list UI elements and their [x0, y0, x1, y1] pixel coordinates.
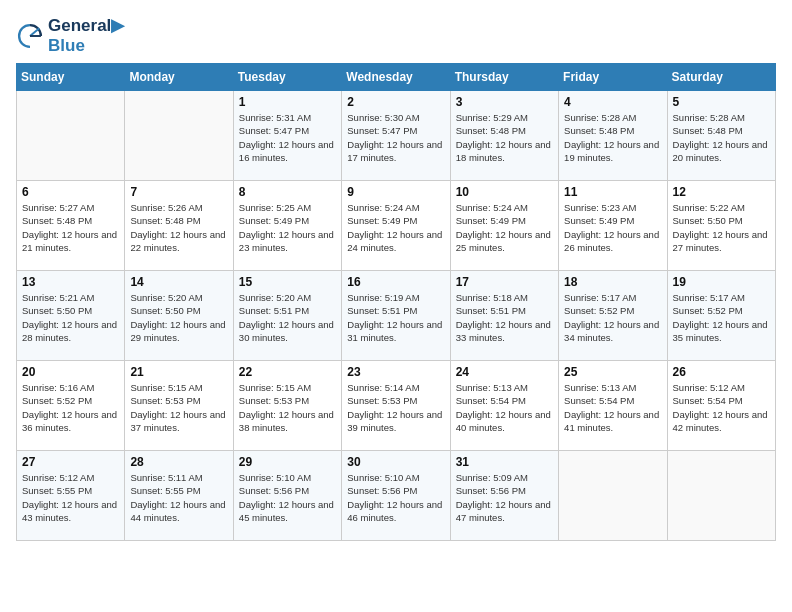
calendar-cell: 26Sunrise: 5:12 AMSunset: 5:54 PMDayligh…	[667, 361, 775, 451]
logo-text: General▶ Blue	[48, 16, 124, 55]
day-info: Sunrise: 5:14 AMSunset: 5:53 PMDaylight:…	[347, 381, 444, 434]
day-number: 23	[347, 365, 444, 379]
weekday-row: SundayMondayTuesdayWednesdayThursdayFrid…	[17, 64, 776, 91]
calendar-cell: 15Sunrise: 5:20 AMSunset: 5:51 PMDayligh…	[233, 271, 341, 361]
calendar-body: 1Sunrise: 5:31 AMSunset: 5:47 PMDaylight…	[17, 91, 776, 541]
day-number: 31	[456, 455, 553, 469]
calendar-table: SundayMondayTuesdayWednesdayThursdayFrid…	[16, 63, 776, 541]
calendar-cell: 2Sunrise: 5:30 AMSunset: 5:47 PMDaylight…	[342, 91, 450, 181]
calendar-cell: 7Sunrise: 5:26 AMSunset: 5:48 PMDaylight…	[125, 181, 233, 271]
day-info: Sunrise: 5:12 AMSunset: 5:55 PMDaylight:…	[22, 471, 119, 524]
day-info: Sunrise: 5:16 AMSunset: 5:52 PMDaylight:…	[22, 381, 119, 434]
day-number: 20	[22, 365, 119, 379]
day-info: Sunrise: 5:30 AMSunset: 5:47 PMDaylight:…	[347, 111, 444, 164]
calendar-cell: 28Sunrise: 5:11 AMSunset: 5:55 PMDayligh…	[125, 451, 233, 541]
calendar-cell: 5Sunrise: 5:28 AMSunset: 5:48 PMDaylight…	[667, 91, 775, 181]
calendar-cell	[125, 91, 233, 181]
day-info: Sunrise: 5:24 AMSunset: 5:49 PMDaylight:…	[456, 201, 553, 254]
day-number: 18	[564, 275, 661, 289]
day-info: Sunrise: 5:12 AMSunset: 5:54 PMDaylight:…	[673, 381, 770, 434]
day-info: Sunrise: 5:17 AMSunset: 5:52 PMDaylight:…	[564, 291, 661, 344]
day-info: Sunrise: 5:15 AMSunset: 5:53 PMDaylight:…	[130, 381, 227, 434]
weekday-header-tuesday: Tuesday	[233, 64, 341, 91]
weekday-header-friday: Friday	[559, 64, 667, 91]
day-number: 14	[130, 275, 227, 289]
day-number: 24	[456, 365, 553, 379]
day-info: Sunrise: 5:13 AMSunset: 5:54 PMDaylight:…	[456, 381, 553, 434]
day-info: Sunrise: 5:20 AMSunset: 5:51 PMDaylight:…	[239, 291, 336, 344]
weekday-header-thursday: Thursday	[450, 64, 558, 91]
day-info: Sunrise: 5:11 AMSunset: 5:55 PMDaylight:…	[130, 471, 227, 524]
day-number: 1	[239, 95, 336, 109]
day-number: 7	[130, 185, 227, 199]
day-number: 16	[347, 275, 444, 289]
day-number: 15	[239, 275, 336, 289]
calendar-cell: 22Sunrise: 5:15 AMSunset: 5:53 PMDayligh…	[233, 361, 341, 451]
day-number: 21	[130, 365, 227, 379]
day-number: 13	[22, 275, 119, 289]
calendar-cell	[667, 451, 775, 541]
calendar-cell: 12Sunrise: 5:22 AMSunset: 5:50 PMDayligh…	[667, 181, 775, 271]
calendar-cell: 29Sunrise: 5:10 AMSunset: 5:56 PMDayligh…	[233, 451, 341, 541]
calendar-cell	[559, 451, 667, 541]
day-number: 9	[347, 185, 444, 199]
day-number: 25	[564, 365, 661, 379]
day-number: 12	[673, 185, 770, 199]
day-info: Sunrise: 5:22 AMSunset: 5:50 PMDaylight:…	[673, 201, 770, 254]
day-info: Sunrise: 5:24 AMSunset: 5:49 PMDaylight:…	[347, 201, 444, 254]
calendar-cell: 10Sunrise: 5:24 AMSunset: 5:49 PMDayligh…	[450, 181, 558, 271]
calendar-cell: 30Sunrise: 5:10 AMSunset: 5:56 PMDayligh…	[342, 451, 450, 541]
day-info: Sunrise: 5:28 AMSunset: 5:48 PMDaylight:…	[673, 111, 770, 164]
day-number: 27	[22, 455, 119, 469]
day-number: 4	[564, 95, 661, 109]
day-number: 29	[239, 455, 336, 469]
calendar-week-2: 6Sunrise: 5:27 AMSunset: 5:48 PMDaylight…	[17, 181, 776, 271]
day-info: Sunrise: 5:18 AMSunset: 5:51 PMDaylight:…	[456, 291, 553, 344]
calendar-cell: 25Sunrise: 5:13 AMSunset: 5:54 PMDayligh…	[559, 361, 667, 451]
day-info: Sunrise: 5:10 AMSunset: 5:56 PMDaylight:…	[347, 471, 444, 524]
day-info: Sunrise: 5:29 AMSunset: 5:48 PMDaylight:…	[456, 111, 553, 164]
calendar-cell: 19Sunrise: 5:17 AMSunset: 5:52 PMDayligh…	[667, 271, 775, 361]
calendar-cell: 3Sunrise: 5:29 AMSunset: 5:48 PMDaylight…	[450, 91, 558, 181]
day-info: Sunrise: 5:23 AMSunset: 5:49 PMDaylight:…	[564, 201, 661, 254]
day-info: Sunrise: 5:20 AMSunset: 5:50 PMDaylight:…	[130, 291, 227, 344]
weekday-header-saturday: Saturday	[667, 64, 775, 91]
day-info: Sunrise: 5:10 AMSunset: 5:56 PMDaylight:…	[239, 471, 336, 524]
calendar-cell: 13Sunrise: 5:21 AMSunset: 5:50 PMDayligh…	[17, 271, 125, 361]
day-info: Sunrise: 5:15 AMSunset: 5:53 PMDaylight:…	[239, 381, 336, 434]
calendar-week-1: 1Sunrise: 5:31 AMSunset: 5:47 PMDaylight…	[17, 91, 776, 181]
day-number: 28	[130, 455, 227, 469]
calendar-header: SundayMondayTuesdayWednesdayThursdayFrid…	[17, 64, 776, 91]
day-info: Sunrise: 5:13 AMSunset: 5:54 PMDaylight:…	[564, 381, 661, 434]
calendar-cell: 11Sunrise: 5:23 AMSunset: 5:49 PMDayligh…	[559, 181, 667, 271]
day-number: 10	[456, 185, 553, 199]
calendar-cell: 16Sunrise: 5:19 AMSunset: 5:51 PMDayligh…	[342, 271, 450, 361]
logo: General▶ Blue	[16, 16, 124, 55]
day-number: 3	[456, 95, 553, 109]
calendar-cell: 21Sunrise: 5:15 AMSunset: 5:53 PMDayligh…	[125, 361, 233, 451]
calendar-cell: 31Sunrise: 5:09 AMSunset: 5:56 PMDayligh…	[450, 451, 558, 541]
calendar-cell: 14Sunrise: 5:20 AMSunset: 5:50 PMDayligh…	[125, 271, 233, 361]
calendar-cell: 27Sunrise: 5:12 AMSunset: 5:55 PMDayligh…	[17, 451, 125, 541]
day-number: 17	[456, 275, 553, 289]
calendar-cell: 9Sunrise: 5:24 AMSunset: 5:49 PMDaylight…	[342, 181, 450, 271]
calendar-week-4: 20Sunrise: 5:16 AMSunset: 5:52 PMDayligh…	[17, 361, 776, 451]
day-number: 26	[673, 365, 770, 379]
logo-icon	[16, 22, 44, 50]
day-info: Sunrise: 5:09 AMSunset: 5:56 PMDaylight:…	[456, 471, 553, 524]
weekday-header-wednesday: Wednesday	[342, 64, 450, 91]
day-info: Sunrise: 5:27 AMSunset: 5:48 PMDaylight:…	[22, 201, 119, 254]
day-number: 11	[564, 185, 661, 199]
calendar-cell: 18Sunrise: 5:17 AMSunset: 5:52 PMDayligh…	[559, 271, 667, 361]
day-info: Sunrise: 5:26 AMSunset: 5:48 PMDaylight:…	[130, 201, 227, 254]
calendar-cell: 20Sunrise: 5:16 AMSunset: 5:52 PMDayligh…	[17, 361, 125, 451]
calendar-cell: 6Sunrise: 5:27 AMSunset: 5:48 PMDaylight…	[17, 181, 125, 271]
day-info: Sunrise: 5:25 AMSunset: 5:49 PMDaylight:…	[239, 201, 336, 254]
calendar-cell: 24Sunrise: 5:13 AMSunset: 5:54 PMDayligh…	[450, 361, 558, 451]
day-info: Sunrise: 5:28 AMSunset: 5:48 PMDaylight:…	[564, 111, 661, 164]
day-info: Sunrise: 5:21 AMSunset: 5:50 PMDaylight:…	[22, 291, 119, 344]
weekday-header-sunday: Sunday	[17, 64, 125, 91]
day-number: 8	[239, 185, 336, 199]
calendar-cell: 23Sunrise: 5:14 AMSunset: 5:53 PMDayligh…	[342, 361, 450, 451]
day-number: 5	[673, 95, 770, 109]
